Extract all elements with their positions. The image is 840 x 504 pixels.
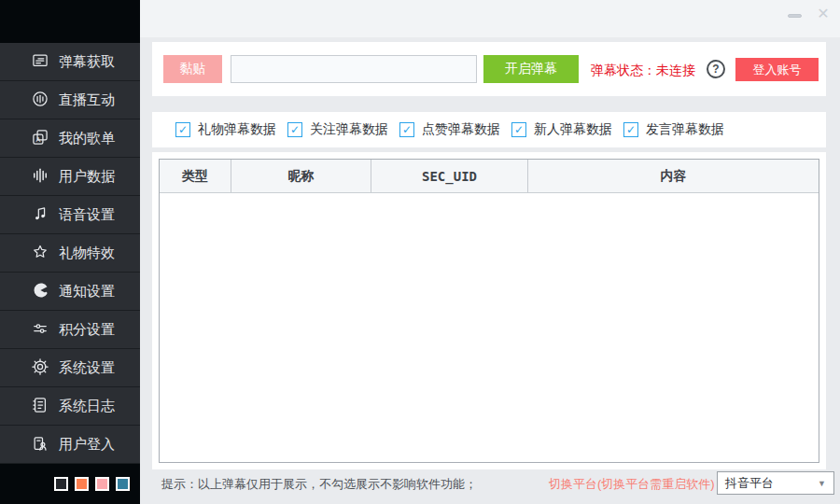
filter-follow-danmaku[interactable]: ✓ 关注弹幕数据: [287, 121, 399, 138]
sidebar-item-label: 用户数据: [59, 168, 115, 186]
sidebar-menu: 弹幕获取 直播互动 A 我的歌单 用户数据 语音设置 礼物特效 通知设置: [0, 43, 140, 464]
close-button[interactable]: ✕: [814, 4, 833, 24]
filter-label: 礼物弹幕数据: [198, 121, 276, 138]
sidebar-item-label: 礼物特效: [59, 245, 115, 262]
filter-label: 发言弹幕数据: [646, 121, 724, 138]
sidebar-item-system-log[interactable]: 系统日志: [0, 387, 140, 426]
footer-hint-text: 提示：以上弹幕仅用于展示，不勾选展示不影响软件功能；: [161, 476, 477, 493]
system-log-icon: [31, 396, 49, 417]
danmaku-table: 类型 昵称 SEC_UID 内容: [159, 159, 819, 463]
live-interact-icon: [31, 90, 49, 111]
danmaku-filter-panel: ✓ 礼物弹幕数据 ✓ 关注弹幕数据 ✓ 点赞弹幕数据 ✓ 新人弹幕数据 ✓ 发言…: [152, 112, 826, 147]
table-header: 类型 昵称 SEC_UID 内容: [160, 160, 819, 193]
danmaku-table-panel: 类型 昵称 SEC_UID 内容: [152, 152, 826, 469]
danmaku-control-panel: 黏贴 开启弹幕 弹幕状态：未连接 ? 登入账号: [152, 42, 826, 96]
help-icon[interactable]: ?: [707, 60, 725, 78]
checkbox-checked-icon[interactable]: ✓: [399, 122, 414, 137]
filter-chat-danmaku[interactable]: ✓ 发言弹幕数据: [623, 121, 735, 138]
sidebar-item-label: 语音设置: [59, 206, 115, 224]
table-body-empty[interactable]: [160, 193, 819, 462]
sidebar-item-live-interact[interactable]: 直播互动: [0, 81, 140, 119]
column-header-type: 类型: [160, 160, 231, 192]
sidebar-item-voice-settings[interactable]: 语音设置: [0, 196, 140, 234]
sidebar-footer: [0, 464, 140, 504]
sidebar-logo-area: [0, 0, 140, 43]
sidebar-item-label: 弹幕获取: [59, 53, 115, 71]
playlist-icon: A: [31, 128, 49, 149]
user-data-icon: [31, 166, 49, 188]
paste-button[interactable]: 黏贴: [163, 55, 222, 83]
checkbox-checked-icon[interactable]: ✓: [623, 122, 638, 137]
filter-label: 新人弹幕数据: [534, 121, 612, 138]
close-icon: ✕: [817, 6, 829, 21]
filter-like-danmaku[interactable]: ✓ 点赞弹幕数据: [399, 121, 511, 138]
sidebar-item-gift-effects[interactable]: 礼物特效: [0, 234, 140, 273]
sidebar-item-notification-settings[interactable]: 通知设置: [0, 273, 140, 311]
sidebar-item-label: 我的歌单: [59, 130, 115, 147]
chevron-down-icon: ▼: [818, 479, 826, 488]
platform-select-value: 抖音平台: [725, 475, 774, 492]
system-settings-icon: [31, 357, 49, 379]
user-login-icon: [31, 434, 49, 455]
sidebar-item-danmaku-fetch[interactable]: 弹幕获取: [0, 43, 140, 81]
room-url-input[interactable]: [231, 55, 477, 83]
notification-settings-icon: [31, 281, 49, 302]
gift-effect-icon: [31, 243, 49, 264]
danmaku-status-text: 弹幕状态：未连接: [591, 63, 695, 79]
sidebar-item-label: 直播互动: [59, 91, 115, 109]
switch-platform-link[interactable]: 切换平台(切换平台需重启软件): [549, 476, 715, 493]
theme-swatch-pink[interactable]: [95, 477, 109, 491]
theme-swatch-teal[interactable]: [116, 477, 130, 491]
sidebar-item-system-settings[interactable]: 系统设置: [0, 349, 140, 387]
minimize-button[interactable]: [788, 14, 803, 23]
filter-newcomer-danmaku[interactable]: ✓ 新人弹幕数据: [511, 121, 623, 138]
sidebar: 弹幕获取 直播互动 A 我的歌单 用户数据 语音设置 礼物特效 通知设置: [0, 0, 140, 504]
column-header-nickname: 昵称: [231, 160, 371, 192]
login-account-button[interactable]: 登入账号: [735, 58, 819, 81]
danmaku-list-icon: [31, 51, 49, 73]
sidebar-item-label: 系统设置: [59, 359, 115, 377]
sidebar-item-user-data[interactable]: 用户数据: [0, 158, 140, 196]
checkbox-checked-icon[interactable]: ✓: [175, 122, 190, 137]
start-danmaku-button[interactable]: 开启弹幕: [483, 55, 579, 83]
filter-label: 关注弹幕数据: [310, 121, 388, 138]
minimize-icon: [788, 14, 802, 18]
titlebar: ✕: [140, 0, 840, 37]
column-header-content: 内容: [528, 160, 819, 192]
filter-gift-danmaku[interactable]: ✓ 礼物弹幕数据: [175, 121, 287, 138]
svg-text:A: A: [36, 135, 41, 143]
theme-swatch-dark[interactable]: [54, 477, 68, 491]
sidebar-item-label: 用户登入: [59, 436, 115, 454]
theme-swatch-orange[interactable]: [75, 477, 89, 491]
checkbox-checked-icon[interactable]: ✓: [511, 122, 526, 137]
sidebar-item-label: 系统日志: [59, 398, 115, 415]
sidebar-item-user-login[interactable]: 用户登入: [0, 426, 140, 464]
sidebar-item-my-playlist[interactable]: A 我的歌单: [0, 119, 140, 158]
filter-row: ✓ 礼物弹幕数据 ✓ 关注弹幕数据 ✓ 点赞弹幕数据 ✓ 新人弹幕数据 ✓ 发言…: [152, 112, 826, 147]
sidebar-item-label: 通知设置: [59, 283, 115, 301]
sidebar-item-points-settings[interactable]: 积分设置: [0, 311, 140, 349]
filter-label: 点赞弹幕数据: [422, 121, 500, 138]
points-settings-icon: [31, 319, 49, 341]
platform-select[interactable]: 抖音平台 ▼: [717, 471, 834, 495]
voice-settings-icon: [31, 204, 49, 226]
checkbox-checked-icon[interactable]: ✓: [287, 122, 302, 137]
sidebar-item-label: 积分设置: [59, 321, 115, 339]
column-header-secuid: SEC_UID: [371, 160, 528, 192]
